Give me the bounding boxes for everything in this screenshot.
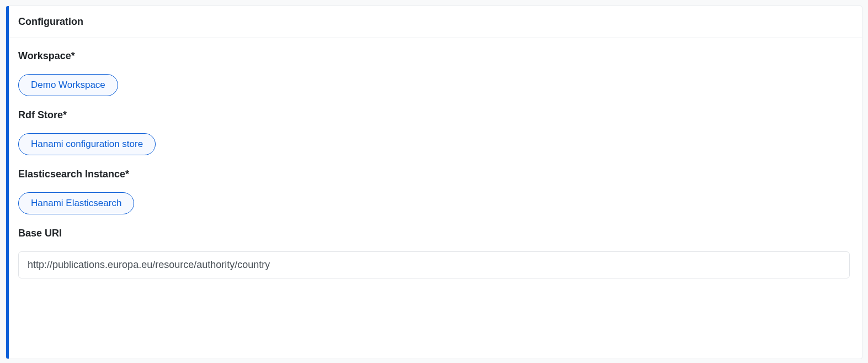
elasticsearch-chip[interactable]: Hanami Elasticsearch [18, 192, 134, 214]
workspace-field-group: Workspace* Demo Workspace [18, 50, 850, 96]
workspace-label: Workspace* [18, 50, 850, 62]
elasticsearch-label: Elasticsearch Instance* [18, 169, 850, 180]
workspace-chip[interactable]: Demo Workspace [18, 74, 118, 96]
panel-header: Configuration [6, 6, 862, 38]
configuration-panel: Configuration Workspace* Demo Workspace … [6, 6, 862, 359]
base-uri-label: Base URI [18, 228, 850, 239]
elasticsearch-field-group: Elasticsearch Instance* Hanami Elasticse… [18, 169, 850, 214]
rdf-store-field-group: Rdf Store* Hanami configuration store [18, 109, 850, 155]
panel-body: Workspace* Demo Workspace Rdf Store* Han… [6, 38, 862, 293]
base-uri-input[interactable] [18, 251, 850, 278]
rdf-store-chip[interactable]: Hanami configuration store [18, 133, 156, 155]
panel-title: Configuration [18, 16, 850, 28]
rdf-store-label: Rdf Store* [18, 109, 850, 121]
base-uri-field-group: Base URI [18, 228, 850, 278]
